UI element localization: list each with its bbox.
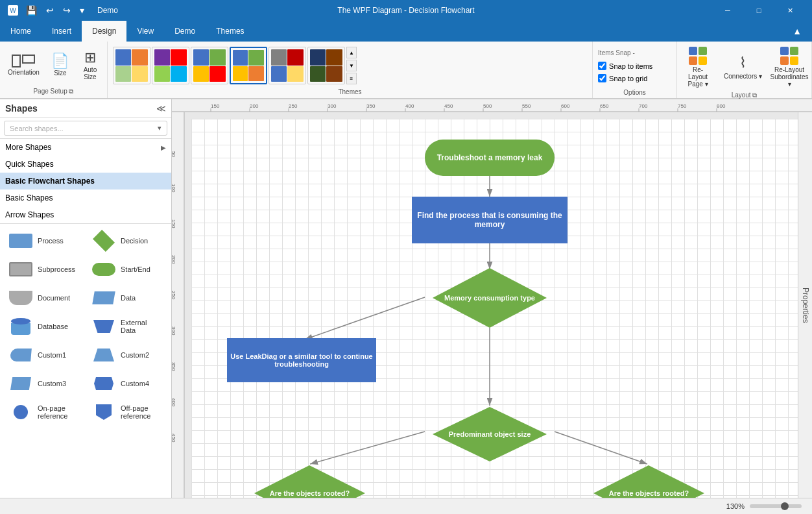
relayout-page-label: Re-LayoutPage ▾ [685,66,711,88]
dropdown-icon[interactable]: ▾ [77,4,87,17]
custom4-icon [91,374,117,393]
relayout-page-button[interactable]: Re-LayoutPage ▾ [680,44,716,90]
shape-external-data[interactable]: External Data [88,315,166,338]
relayout-subordinates-button[interactable]: Re-LayoutSubordinates ▾ [770,44,809,90]
relayout-sub-icon [780,47,798,65]
orientation-icon [12,55,35,67]
tab-themes[interactable]: Themes [206,21,254,42]
autosize-icon: ⊞ [84,51,96,65]
search-placeholder: Search shapes... [10,125,64,132]
ribbon-collapse-button[interactable]: ▲ [782,21,812,42]
tab-home[interactable]: Home [0,21,42,42]
theme-6[interactable] [307,47,345,84]
zoom-level: 130% [726,502,745,510]
category-quick-shapes[interactable]: Quick Shapes [0,156,171,173]
zoom-slider[interactable] [750,504,802,508]
shape-custom2[interactable]: Custom2 [88,343,166,367]
size-icon: 📄 [51,54,69,68]
undo-icon[interactable]: ↩ [43,4,56,17]
tab-design[interactable]: Design [82,21,126,42]
relayout-page-icon [689,47,707,65]
category-basic-flowchart[interactable]: Basic Flowchart Shapes [0,173,171,190]
tab-insert[interactable]: Insert [42,21,82,42]
shape-troubleshoot[interactable]: Troubleshoot a memory leak [425,140,555,176]
size-button[interactable]: 📄 Size [46,51,75,79]
shape-custom3[interactable]: Custom3 [5,372,83,395]
orientation-button[interactable]: Orientation [3,52,45,79]
search-dropdown-icon[interactable]: ▾ [158,124,161,132]
shape-startend[interactable]: Start/End [88,258,166,281]
shape-onpage[interactable]: On-page reference [5,400,83,424]
shape-categories: More Shapes ▶ Quick Shapes Basic Flowcha… [0,139,171,498]
shape-rooted-right[interactable]: Are the objects rooted? [592,464,706,498]
shape-decision[interactable]: Decision [88,229,166,252]
svg-text:600: 600 [561,103,570,109]
quick-access-toolbar: 💾 ↩ ↪ ▾ [23,4,87,17]
custom4-label: Custom4 [121,380,149,387]
svg-text:350: 350 [172,362,176,371]
properties-label: Properties [801,288,810,323]
shape-process[interactable]: Process [5,229,83,252]
canvas[interactable]: Troubleshoot a memory leak Find the proc… [191,119,798,498]
category-more-shapes[interactable]: More Shapes ▶ [0,139,171,156]
ruler-left: 50 100 150 200 250 300 350 400 450 [172,112,185,498]
custom1-label: Custom1 [38,351,66,359]
maximize-button[interactable]: □ [745,0,773,21]
quick-shapes-label: Quick Shapes [5,160,54,169]
theme-scroll-more[interactable]: ≡ [346,73,357,84]
tab-view[interactable]: View [126,21,164,42]
category-arrow-shapes[interactable]: Arrow Shapes [0,206,171,223]
shape-rooted-left[interactable]: Are the objects rooted? [253,464,366,498]
shape-find-process[interactable]: Find the process that is consuming the m… [412,197,567,243]
category-basic-shapes[interactable]: Basic Shapes [0,190,171,206]
svg-text:750: 750 [678,103,687,109]
shape-custom1[interactable]: Custom1 [5,343,83,367]
decision-label: Decision [121,237,148,245]
svg-text:400: 400 [172,398,176,407]
shape-subprocess[interactable]: Subprocess [5,258,83,281]
shape-memory-consumption[interactable]: Memory consumption type [431,267,548,329]
shape-custom4[interactable]: Custom4 [88,372,166,395]
shape-database[interactable]: Database [5,315,83,338]
theme-scroll-down[interactable]: ▼ [346,60,357,71]
redo-icon[interactable]: ↪ [60,4,73,17]
basic-flowchart-label: Basic Flowchart Shapes [5,177,95,186]
snap-to-grid-label: Snap to grid [609,75,647,82]
save-icon[interactable]: 💾 [23,4,40,17]
theme-5[interactable] [269,47,306,84]
canvas-scroll-area[interactable]: Troubleshoot a memory leak Find the proc… [185,112,798,498]
database-icon [8,317,34,336]
snap-to-items-row[interactable]: Snap to items [598,62,652,70]
snap-to-grid-checkbox[interactable] [598,74,606,82]
shape-predominant[interactable]: Predominant object size [431,406,548,463]
shape-leakdiag[interactable]: Use LeakDiag or a similar tool to contin… [227,338,376,382]
auto-size-button[interactable]: ⊞ AutoSize [76,48,104,83]
theme-2[interactable] [152,47,189,84]
shape-data[interactable]: Data [88,286,166,310]
title-bar: W 💾 ↩ ↪ ▾ Demo The WPF Diagram - Decisio… [0,0,812,21]
theme-3[interactable] [191,47,228,84]
document-icon [8,289,34,307]
snap-to-items-checkbox[interactable] [598,62,606,70]
properties-panel[interactable]: Properties [798,112,812,498]
custom3-icon [8,374,34,393]
shape-document[interactable]: Document [5,286,83,310]
connectors-label: Connectors ▾ [724,73,762,80]
snap-to-grid-row[interactable]: Snap to grid [598,74,647,82]
page-setup-label: Page Setup ⧉ [3,86,104,95]
shape-offpage[interactable]: Off-page reference [88,400,166,424]
search-input-container[interactable]: Search shapes... ▾ [4,121,167,136]
tab-demo[interactable]: Demo [164,21,206,42]
zoom-thumb[interactable] [781,502,789,510]
snap-label: Items Snap - [598,49,635,56]
ribbon-content: Orientation 📄 Size ⊞ AutoSize Page Setup… [0,42,812,99]
size-label: Size [54,69,66,77]
theme-scroll-up[interactable]: ▲ [346,47,357,58]
theme-1[interactable] [113,47,150,84]
svg-text:800: 800 [717,103,726,109]
minimize-button[interactable]: ─ [713,0,742,21]
close-button[interactable]: ✕ [776,0,804,21]
connectors-button[interactable]: ⌇ Connectors ▾ [719,52,767,82]
sidebar-collapse-button[interactable]: ≪ [156,103,166,114]
theme-4-active[interactable] [230,47,267,84]
